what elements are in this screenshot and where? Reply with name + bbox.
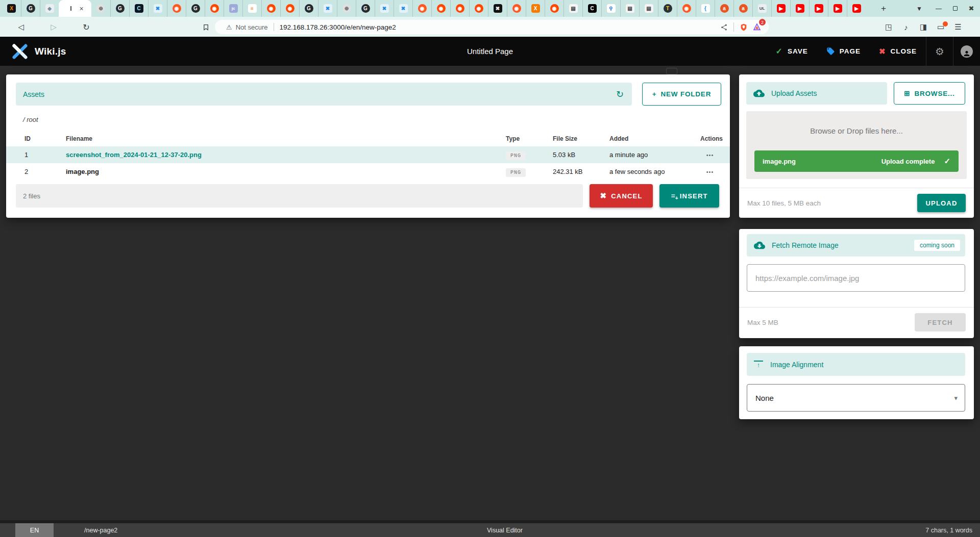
tab[interactable]: C <box>129 0 148 17</box>
tab[interactable]: C <box>582 0 601 17</box>
tab[interactable]: jc <box>224 0 242 17</box>
cell-filename[interactable]: screenshot_from_2024-01-21_12-37-20.png <box>66 151 506 159</box>
playlist-add-icon: ≡+ <box>671 192 675 199</box>
tab[interactable]: ◉ <box>167 0 186 17</box>
tab-search-chevron-icon[interactable]: ▼ <box>912 0 927 17</box>
tab[interactable]: ⊕ <box>91 0 110 17</box>
tab[interactable]: G <box>21 0 40 17</box>
window-close-button[interactable]: ✖ <box>965 0 978 17</box>
fetch-button[interactable]: FETCH <box>915 313 966 331</box>
media-note-icon[interactable]: ♪ <box>900 23 912 32</box>
tab[interactable]: G <box>299 0 318 17</box>
upload-button[interactable]: UPLOAD <box>917 194 966 212</box>
locale-chip[interactable]: EN <box>15 523 54 537</box>
extensions-puzzle-icon[interactable]: ◳ <box>883 22 894 32</box>
tab[interactable]: ✖ <box>394 0 412 17</box>
new-folder-button[interactable]: + NEW FOLDER <box>642 83 721 106</box>
tab[interactable]: ◆ <box>40 0 59 17</box>
bookmark-icon[interactable] <box>199 20 212 34</box>
plus-icon: + <box>652 90 657 98</box>
tab[interactable]: ◉ <box>412 0 431 17</box>
insert-button[interactable]: ≡+ INSERT <box>659 184 719 208</box>
window-maximize-button[interactable] <box>948 0 962 17</box>
jc-favicon: jc <box>229 4 238 13</box>
dropzone[interactable]: Browse or Drop files here... image.png U… <box>746 111 967 179</box>
tab[interactable]: X <box>2 0 21 17</box>
tab[interactable]: ◉ <box>261 0 280 17</box>
tab[interactable]: ◉ <box>677 0 696 17</box>
tab[interactable]: ▶ <box>771 0 790 17</box>
tab[interactable]: X <box>526 0 545 17</box>
tab[interactable]: ▶ <box>809 0 828 17</box>
tab[interactable]: UL <box>752 0 771 17</box>
window-minimize-button[interactable]: — <box>932 0 945 17</box>
tab[interactable]: ▶ <box>828 0 847 17</box>
tab[interactable]: ◉ <box>431 0 450 17</box>
alignment-select[interactable]: None ▾ <box>747 384 965 412</box>
reload-button[interactable]: ↻ <box>80 20 93 34</box>
tab[interactable]: ◉ <box>205 0 224 17</box>
tab[interactable]: ✖ <box>148 0 167 17</box>
tab[interactable]: ◉ <box>469 0 488 17</box>
fetch-footer: Max 5 MB FETCH <box>739 308 974 331</box>
globe-favicon: ⊕ <box>342 4 351 13</box>
tab[interactable]: ✖ <box>375 0 394 17</box>
new-tab-button[interactable]: + <box>876 0 891 17</box>
reddit-favicon: ◉ <box>475 4 483 13</box>
share-icon[interactable] <box>717 20 730 34</box>
tab[interactable]: ▶ <box>790 0 809 17</box>
remote-url-input[interactable] <box>747 264 965 292</box>
tab[interactable]: ◉ <box>450 0 469 17</box>
tab[interactable]: { <box>696 0 715 17</box>
cell-actions[interactable]: ••• <box>700 152 720 158</box>
warning-icon: ⚠ <box>226 23 232 31</box>
refresh-icon[interactable]: ↻ <box>616 89 624 100</box>
tab[interactable]: ▶ <box>847 0 866 17</box>
page-properties-button[interactable]: PAGE <box>817 37 870 66</box>
capcut-favicon: C <box>588 4 597 13</box>
cell-filename[interactable]: image.png <box>66 168 506 175</box>
fetch-remote-card: Fetch Remote Image coming soon Max 5 MB … <box>739 229 974 338</box>
table-row[interactable]: 2image.pngPNG242.31 kBa few seconds ago•… <box>6 163 730 180</box>
tab[interactable]: ▤ <box>639 0 658 17</box>
add-image-icon: ⊞ <box>904 89 910 97</box>
save-button[interactable]: ✓ SAVE <box>766 37 817 66</box>
menu-icon[interactable]: ☰ <box>952 22 964 32</box>
tab[interactable]: ▤ <box>564 0 582 17</box>
close-button[interactable]: ✖ CLOSE <box>870 37 926 66</box>
media-tab-icon[interactable]: ▭ <box>935 22 946 32</box>
forward-button[interactable]: ▷ <box>47 20 60 34</box>
youtube-favicon: ▶ <box>815 4 823 13</box>
extension-triangle-icon[interactable]: 2 <box>750 20 764 34</box>
tab[interactable]: ◉ <box>507 0 526 17</box>
sidebar-icon[interactable]: ◨ <box>918 22 929 32</box>
tab[interactable]: G <box>186 0 205 17</box>
browse-button[interactable]: ⊞ BROWSE... <box>894 82 965 105</box>
table-row[interactable]: 1screenshot_from_2024-01-21_12-37-20.png… <box>6 146 730 163</box>
tab-close-icon[interactable]: × <box>79 5 83 12</box>
cancel-button[interactable]: ✖ CANCEL <box>590 184 653 208</box>
youtube-favicon: ▶ <box>834 4 842 13</box>
tab[interactable]: ◉ <box>545 0 564 17</box>
cell-actions[interactable]: ••• <box>700 169 720 175</box>
github-favicon: G <box>305 4 313 13</box>
tab[interactable]: G <box>356 0 375 17</box>
tab[interactable]: ⊕ <box>337 0 356 17</box>
tab[interactable]: ⚲ <box>601 0 620 17</box>
tab-active[interactable]: I× <box>59 0 91 17</box>
tab[interactable]: ✖ <box>488 0 507 17</box>
settings-gear-icon[interactable]: ⚙ <box>926 37 953 66</box>
tab[interactable]: a <box>733 0 752 17</box>
tab[interactable]: ◉ <box>280 0 299 17</box>
address-bar[interactable]: ⚠ Not secure 192.168.178.26:3000/e/en/ne… <box>215 20 769 34</box>
tab[interactable]: T <box>658 0 677 17</box>
account-avatar[interactable] <box>953 37 980 66</box>
tab[interactable]: ▤ <box>620 0 639 17</box>
tab[interactable]: ✖ <box>318 0 337 17</box>
brave-shields-icon[interactable] <box>737 20 750 34</box>
tab[interactable]: ≡ <box>242 0 261 17</box>
editor-overlay: Assets ↻ + NEW FOLDER / root ID Filename… <box>0 66 980 523</box>
back-button[interactable]: ◁ <box>14 20 28 34</box>
tab[interactable]: a <box>715 0 733 17</box>
tab[interactable]: G <box>110 0 129 17</box>
